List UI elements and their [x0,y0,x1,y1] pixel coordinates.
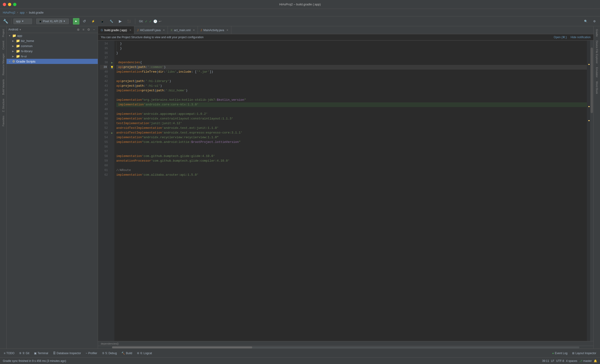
indent-size[interactable]: 4 spaces [566,359,577,363]
git-merge-icon[interactable]: ✓ [149,19,152,23]
bottom-scrollbar[interactable] [98,346,593,348]
tab-main-activity[interactable]: J MainActivity.java ✕ [198,26,231,34]
btn-build[interactable]: 🔨 Build [120,351,134,356]
tree-item-hi-library[interactable]: ▶ 📁 hi-library [7,48,98,54]
breadcrumb-project[interactable]: HiAsProj2 [3,11,15,14]
sidebar-filter-button[interactable]: ≡ [82,27,85,32]
sdk-manager-button[interactable]: 🔧 [107,19,116,24]
app-configuration-dropdown[interactable]: app ▼ [13,18,32,24]
btn-logcat[interactable]: ⑥ 6: Logcat [135,351,154,356]
right-tab-device-file-explorer[interactable]: Device File Explorer [595,39,599,65]
fold-arrow-38[interactable]: ▶ [110,60,114,65]
sidebar-item-favorites[interactable]: Favorites [1,114,6,128]
git-revert-icon[interactable]: ↩ [159,19,161,23]
sidebar-item-structure[interactable]: Z: Structure [1,97,6,114]
sidebar-item-resource-manager[interactable]: Resource Manager [1,52,6,77]
device-dropdown[interactable]: 📱 Pixel XL API 29 ▼ [36,18,69,24]
bulb-39[interactable]: 💡 [110,65,114,70]
stop-button[interactable]: ⬛ [125,19,133,24]
breadcrumb-file[interactable]: build.gradle [29,11,44,14]
tab-icon-java-1: J [137,28,139,32]
sidebar-close-button[interactable]: − [92,27,96,32]
tab-build-gradle[interactable]: G build.gradle (:app) ✕ [98,26,134,34]
notification-hide-link[interactable]: Hide notification [571,36,591,39]
git-history-icon[interactable]: 🕐 [153,19,157,23]
btn-profiler[interactable]: ~ Profiler [84,351,99,356]
breadcrumb-module[interactable]: app [20,11,25,14]
vertical-scrollbar[interactable] [590,41,593,341]
tab-close-gradle[interactable]: ✕ [129,29,131,31]
tree-item-app[interactable]: ▼ 📁 app [7,33,98,38]
notifications-icon: 🔔 [594,359,597,363]
tree-item-hi-ui[interactable]: ▶ 📁 hi-ui [7,54,98,59]
tab-close-java-1[interactable]: ✕ [163,29,165,31]
tree-label-gradle-scripts: Gradle Scripts [16,60,35,63]
close-button[interactable] [3,3,6,6]
git-check-icon[interactable]: ✓ [145,19,148,23]
maximize-button[interactable] [13,3,16,6]
line-separator[interactable]: LF [551,359,554,363]
sidebar-dropdown-icon: ▼ [19,28,21,31]
btn-debug[interactable]: ⑤ 5: Debug [100,351,119,356]
tab-close-xml[interactable]: ✕ [193,29,195,31]
code-line-49: implementation 'androidx.appcompat:appco… [116,112,587,116]
sidebar-item-build-variants[interactable]: Build Variants [1,77,6,97]
tree-label-hi-ui: hi-ui [21,55,27,58]
profiler-label: Profiler [88,352,97,355]
code-line-56 [116,145,587,149]
notification-bar: You can use the Project Structure dialog… [98,34,593,41]
code-lines[interactable]: } } } [114,41,587,341]
tree-arrow-common: ▶ [12,45,15,47]
tree-item-gradle-scripts[interactable]: ▼ ⚙ Gradle Scripts [7,59,98,64]
settings-button[interactable]: ⚙ [591,19,598,24]
gradle-sync-button[interactable]: ⚡ [89,19,97,24]
btn-todo[interactable]: ≡ TODO [2,351,16,356]
tree-arrow-hi-ui: ▶ [12,55,15,58]
search-button[interactable]: 🔍 [582,19,590,24]
reload-button[interactable]: ↺ [80,18,88,24]
tree-item-biz-home[interactable]: ▶ 📁 biz_home [7,38,98,43]
sidebar-settings-button[interactable]: ⚙ [86,27,91,32]
right-tab-gradle[interactable]: Gradle [595,27,599,39]
tree-item-common[interactable]: ▶ 📁 common [7,43,98,48]
right-tab-emulator[interactable]: Emulator [595,65,599,79]
folder-icon-biz-home: 📁 [16,39,20,43]
code-line-47: implementation 'androidx.core:core-ktx:1… [116,102,587,107]
tab-hi-custom-fl[interactable]: J HiCustomFl.java ✕ [134,26,168,34]
btn-terminal[interactable]: ▣ Terminal [32,351,50,356]
tab-act-main-xml[interactable]: X act_main.xml ✕ [168,26,198,34]
database-inspector-label: Database Inspector [57,352,81,355]
tree-arrow-app: ▼ [9,35,11,37]
btn-database-inspector[interactable]: 🗄 Database Inspector [51,351,83,356]
code-line-34: } [116,41,587,46]
minimize-button[interactable] [8,3,11,6]
btn-event-log[interactable]: ● Event Log [550,351,569,356]
bottom-scrollbar-thumb[interactable] [112,346,252,348]
notification-text: You can use the Project Structure dialog… [101,36,204,39]
cursor-position[interactable]: 39:11 [542,359,549,363]
sidebar-sync-button[interactable]: ⊕ [76,27,81,32]
code-line-42: api project(path: ':hi-library') [116,79,587,84]
btn-git[interactable]: ⑨ 9: Git [17,351,31,356]
code-editor[interactable]: 34353637 3839 40414243 44454647 48495051… [98,41,593,348]
sidebar-android-dropdown[interactable]: Android ▼ [9,28,75,31]
avd-manager-button[interactable]: 📱 [98,19,106,24]
run-button[interactable]: ▶ [73,18,79,25]
toolbar-separator-2 [34,18,34,24]
btn-layout-inspector[interactable]: ⊞ Layout Inspector [570,351,598,356]
tab-close-java-2[interactable]: ✕ [226,29,228,31]
notification-open-link[interactable]: Open (⌘;) [554,36,567,39]
code-line-35: } [116,46,587,51]
sidebar-item-commit[interactable]: Commit [1,39,6,52]
fold-arrow-53[interactable]: ▶ [110,130,114,135]
right-tab-word-book[interactable]: Word Book [595,79,599,96]
encoding[interactable]: UTF-8 [556,359,564,363]
sidebar-item-project[interactable]: Project [1,27,6,39]
scrollbar-thumb[interactable] [591,47,593,113]
git-branch[interactable]: ⎇ master [579,359,592,363]
profile-button[interactable]: ▶ [116,18,124,24]
profiler-icon: ~ [86,352,87,355]
layout-inspector-label: Layout Inspector [575,352,596,355]
bottom-scrollbar-track[interactable] [112,346,579,348]
window-controls [3,3,16,6]
